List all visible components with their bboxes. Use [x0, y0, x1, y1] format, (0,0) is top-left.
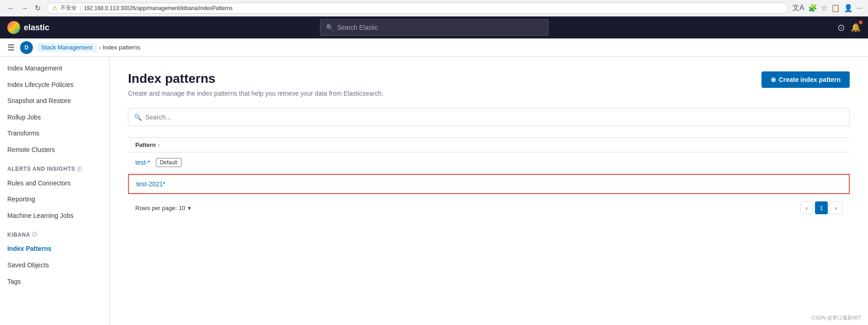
rows-per-page-label: Rows per page: 10	[135, 205, 185, 211]
favorites-icon[interactable]: ☆	[821, 4, 827, 12]
search-icon: 🔍	[326, 24, 334, 31]
forward-button[interactable]: →	[19, 3, 30, 13]
elastic-logo-text: elastic	[24, 23, 49, 32]
breadcrumb-separator: ›	[99, 44, 101, 51]
kibana-info-icon: ⓘ	[32, 231, 37, 238]
url-separator: |	[80, 5, 81, 11]
pagination-controls: ‹ 1 ›	[800, 201, 842, 214]
pagination-next-button[interactable]: ›	[830, 201, 842, 214]
pattern-link-test-star[interactable]: test-*	[135, 159, 150, 166]
page-header: Index patterns Create and manage the ind…	[128, 71, 850, 97]
profile-icon[interactable]: 👤	[844, 4, 853, 12]
sidebar-item-tags[interactable]: Tags	[0, 274, 109, 290]
sidebar-item-rollup-jobs[interactable]: Rollup Jobs	[0, 109, 109, 126]
sort-icon[interactable]: ↑	[158, 142, 160, 148]
pattern-link-test-2021[interactable]: test-2021*	[136, 180, 165, 188]
alerts-section-label: Alerts and Insights ⓘ	[0, 158, 109, 175]
search-placeholder-text: Search Elastic	[337, 24, 378, 31]
extensions-icon[interactable]: 🧩	[808, 4, 817, 12]
alerts-info-icon: ⓘ	[77, 166, 82, 173]
create-plus-icon: ⊕	[771, 76, 776, 83]
url-bar[interactable]: ⚠ 不安全 | 192.168.0.113:30026/app/manageme…	[46, 3, 788, 14]
breadcrumb-index-patterns: Index patterns	[103, 44, 140, 51]
sidebar-item-rules-and-connectors[interactable]: Rules and Connectors	[0, 175, 109, 192]
breadcrumb: Stack Management › Index patterns	[37, 43, 140, 52]
page-description: Create and manage the index patterns tha…	[128, 90, 383, 97]
hamburger-menu-button[interactable]: ☰	[5, 41, 16, 54]
collections-icon[interactable]: 📋	[831, 4, 840, 12]
user-avatar: D	[20, 41, 33, 54]
search-input-wrapper: 🔍	[128, 108, 850, 126]
translate-icon[interactable]: 文A	[792, 3, 804, 13]
security-warning-text: 不安全	[60, 4, 77, 12]
more-icon[interactable]: ···	[857, 4, 863, 12]
pagination-footer: Rows per page: 10 ▾ ‹ 1 ›	[128, 196, 850, 220]
breadcrumb-stack-management[interactable]: Stack Management	[37, 43, 97, 52]
main-content: Index patterns Create and manage the ind…	[110, 57, 868, 325]
help-icon[interactable]: ⊙	[837, 22, 845, 33]
back-button[interactable]: ←	[5, 3, 16, 13]
sidebar-item-transforms[interactable]: Transforms	[0, 125, 109, 142]
main-layout: Index Management Index Lifecycle Policie…	[0, 57, 868, 325]
rows-per-page-selector[interactable]: Rows per page: 10 ▾	[135, 205, 191, 211]
header-right-icons: ⊙ 🔔	[837, 22, 861, 33]
elastic-logo-icon	[7, 21, 20, 34]
sidebar-item-snapshot-and-restore[interactable]: Snapshot and Restore	[0, 93, 109, 109]
security-warning-icon: ⚠	[52, 5, 58, 11]
create-index-pattern-button[interactable]: ⊕ Create index pattern	[761, 71, 850, 88]
sidebar-item-index-management[interactable]: Index Management	[0, 60, 109, 77]
app-header: elastic 🔍 Search Elastic ⊙ 🔔	[0, 16, 868, 38]
page-header-left: Index patterns Create and manage the ind…	[128, 71, 383, 97]
column-pattern-label: Pattern	[135, 141, 156, 148]
rows-per-page-chevron: ▾	[188, 205, 191, 211]
search-bar-container: 🔍 Search Elastic	[320, 19, 548, 36]
sidebar-item-remote-clusters[interactable]: Remote Clusters	[0, 142, 109, 158]
url-text: 192.168.0.113:30026/app/management/kiban…	[84, 5, 233, 11]
table-row[interactable]: test-* Default	[128, 152, 850, 173]
sidebar-item-index-patterns[interactable]: Index Patterns	[0, 241, 109, 257]
notifications-icon[interactable]: 🔔	[851, 22, 861, 32]
browser-bar: ← → ↻ ⚠ 不安全 | 192.168.0.113:30026/app/ma…	[0, 0, 868, 16]
browser-nav-icons: ← → ↻	[5, 3, 43, 13]
footer-watermark: CSDN @寒江孤影007	[811, 314, 861, 321]
sidebar-item-index-lifecycle-policies[interactable]: Index Lifecycle Policies	[0, 77, 109, 93]
pagination-page-1-button[interactable]: 1	[815, 201, 828, 214]
search-input[interactable]	[145, 114, 844, 121]
default-badge: Default	[156, 158, 181, 167]
reload-button[interactable]: ↻	[33, 3, 43, 13]
table-section: Pattern ↑ test-* Default test-2021*	[128, 137, 850, 194]
pagination-prev-button[interactable]: ‹	[800, 201, 813, 214]
sidebar: Index Management Index Lifecycle Policie…	[0, 57, 110, 325]
sub-header: ☰ D Stack Management › Index patterns	[0, 38, 868, 57]
table-header: Pattern ↑	[128, 137, 850, 152]
kibana-section-label: Kibana ⓘ	[0, 224, 109, 241]
table-row-highlighted[interactable]: test-2021*	[128, 174, 850, 194]
sidebar-item-saved-objects[interactable]: Saved Objects	[0, 257, 109, 274]
global-search-bar[interactable]: 🔍 Search Elastic	[320, 19, 548, 36]
search-section: 🔍	[128, 108, 850, 126]
search-input-icon: 🔍	[134, 114, 142, 121]
sidebar-item-machine-learning-jobs[interactable]: Machine Learning Jobs	[0, 208, 109, 224]
elastic-logo[interactable]: elastic	[7, 21, 49, 34]
page-title: Index patterns	[128, 71, 383, 86]
sidebar-item-reporting[interactable]: Reporting	[0, 191, 109, 208]
browser-right-icons: 文A 🧩 ☆ 📋 👤 ···	[792, 3, 863, 13]
